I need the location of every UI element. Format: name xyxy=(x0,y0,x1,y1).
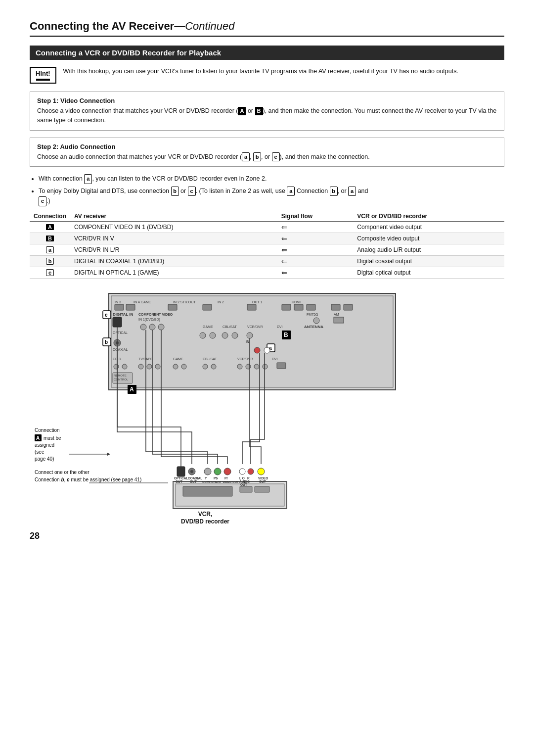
svg-text:COAXIAL: COAXIAL xyxy=(188,476,202,480)
vcr-c: Digital optical output xyxy=(353,267,504,279)
svg-text:DVI: DVI xyxy=(277,325,283,329)
svg-point-61 xyxy=(173,364,178,369)
svg-point-64 xyxy=(211,364,216,369)
page-title: Connecting the AV Receiver—Continued xyxy=(30,20,504,37)
svg-point-58 xyxy=(138,364,143,369)
svg-text:R: R xyxy=(247,476,250,480)
svg-text:IN: IN xyxy=(246,340,249,343)
svg-text:Pr: Pr xyxy=(224,476,228,480)
step2-text: Choose an audio connection that matches … xyxy=(37,152,497,162)
svg-point-93 xyxy=(224,468,231,475)
step2-title: Step 2: Audio Connection xyxy=(37,143,497,150)
vcr-b: Digital coaxial output xyxy=(353,256,504,267)
svg-point-60 xyxy=(155,364,160,369)
signal-B: ⇐ xyxy=(277,233,353,244)
svg-text:ANTENNA: ANTENNA xyxy=(304,325,323,329)
svg-text:OUT: OUT xyxy=(190,480,197,483)
svg-text:b: b xyxy=(105,339,108,345)
svg-text:DVI: DVI xyxy=(272,357,278,361)
step1-title: Step 1: Video Connection xyxy=(37,97,497,104)
svg-rect-84 xyxy=(177,467,185,476)
av-receiver-B: VCR/DVR IN V xyxy=(70,233,277,244)
vcr-a: Analog audio L/R output xyxy=(353,244,504,256)
svg-text:B: B xyxy=(284,331,288,338)
svg-point-91 xyxy=(204,468,211,475)
svg-text:CD 3: CD 3 xyxy=(113,357,121,361)
vcr-A: Component video output xyxy=(353,222,504,233)
svg-rect-10 xyxy=(168,304,177,310)
svg-rect-12 xyxy=(247,304,256,310)
table-row: B VCR/DVR IN V ⇐ Composite video output xyxy=(30,233,504,244)
svg-text:Connection: Connection xyxy=(35,427,60,433)
svg-rect-13 xyxy=(282,304,291,310)
svg-text:VCR/DVR: VCR/DVR xyxy=(237,357,253,361)
av-receiver-b: DIGITAL IN COAXIAL 1 (DVD/BD) xyxy=(70,256,277,267)
svg-text:REMOTE: REMOTE xyxy=(114,374,127,377)
svg-point-92 xyxy=(214,468,221,475)
svg-text:DVD/BD recorder: DVD/BD recorder xyxy=(181,518,229,525)
svg-point-88 xyxy=(190,470,193,473)
svg-text:AM: AM xyxy=(334,313,339,316)
svg-rect-69 xyxy=(277,363,286,369)
col-signal-flow: Signal flow xyxy=(277,211,353,222)
av-receiver-A: COMPONENT VIDEO IN 1 (DVD/BD) xyxy=(70,222,277,233)
svg-text:DIGITAL IN: DIGITAL IN xyxy=(113,312,134,317)
hint-box: Hint! With this hookup, you can use your… xyxy=(30,67,504,84)
svg-text:Pb: Pb xyxy=(214,476,218,480)
col-av-receiver: AV receiver xyxy=(70,211,277,222)
step1-text: Choose a video connection that matches y… xyxy=(37,106,497,125)
svg-text:IN 1(DVD/BD): IN 1(DVD/BD) xyxy=(138,318,160,322)
svg-text:CBL/SAT: CBL/SAT xyxy=(222,325,237,329)
bullet-list: With connection a, you can listen to the… xyxy=(39,174,504,206)
svg-point-98 xyxy=(239,469,245,474)
connection-diagram: IN 3 IN 4 GAME IN 2 STR.OUT IN 2 OUT 1 H… xyxy=(30,288,504,526)
svg-text:IN 4 GAME: IN 4 GAME xyxy=(134,300,151,304)
svg-rect-14 xyxy=(294,304,303,310)
svg-point-68 xyxy=(263,364,267,369)
svg-rect-81 xyxy=(183,486,232,496)
signal-c: ⇐ xyxy=(277,267,353,279)
svg-text:VIDEO: VIDEO xyxy=(258,476,268,480)
svg-point-32 xyxy=(149,324,155,330)
svg-text:(see: (see xyxy=(35,449,44,455)
svg-point-31 xyxy=(140,324,146,330)
svg-text:A: A xyxy=(130,386,134,393)
svg-text:Y: Y xyxy=(205,476,207,480)
svg-rect-83 xyxy=(255,486,269,492)
svg-text:IN 2: IN 2 xyxy=(218,300,224,304)
svg-point-63 xyxy=(203,364,208,369)
vcr-B: Composite video output xyxy=(353,233,504,244)
svg-point-49 xyxy=(264,347,270,353)
svg-point-48 xyxy=(254,347,260,353)
page-number: 28 xyxy=(30,531,504,541)
svg-text:COAXIAL: COAXIAL xyxy=(113,348,128,351)
svg-point-33 xyxy=(158,324,164,330)
svg-text:GAME: GAME xyxy=(203,325,213,329)
table-row: c DIGITAL IN OPTICAL 1 (GAME) ⇐ Digital … xyxy=(30,267,504,279)
svg-rect-82 xyxy=(240,486,252,492)
svg-text:CONTROL: CONTROL xyxy=(114,378,129,381)
section-header: Connecting a VCR or DVD/BD Recorder for … xyxy=(30,46,504,60)
svg-text:IN 2 STR.OUT: IN 2 STR.OUT xyxy=(173,300,196,304)
table-row: a VCR/DVR IN L/R ⇐ Analog audio L/R outp… xyxy=(30,244,504,256)
svg-text:assigned: assigned xyxy=(35,442,54,448)
signal-a: ⇐ xyxy=(277,244,353,256)
svg-point-104 xyxy=(258,468,265,475)
svg-text:Connection 
      b, 
      c
: Connection b, c must be assigned (see pa… xyxy=(35,477,141,482)
svg-rect-24 xyxy=(113,317,122,327)
svg-point-40 xyxy=(222,332,228,338)
svg-rect-17 xyxy=(344,304,353,310)
svg-text:OPTICAL: OPTICAL xyxy=(113,331,128,334)
svg-text:must be: must be xyxy=(44,435,61,441)
svg-text:OUT: OUT xyxy=(259,480,266,483)
svg-point-38 xyxy=(200,332,206,338)
svg-point-62 xyxy=(181,364,186,369)
svg-point-99 xyxy=(248,469,254,474)
col-vcr: VCR or DVD/BD recorder xyxy=(353,211,504,222)
svg-rect-9 xyxy=(126,304,135,310)
svg-text:VCR,: VCR, xyxy=(198,511,213,518)
svg-point-19 xyxy=(313,318,319,324)
bullet-item-2: To enjoy Dolby Digital and DTS, use conn… xyxy=(39,186,504,206)
svg-text:page 40): page 40) xyxy=(35,456,54,462)
svg-text:Connect one or the other: Connect one or the other xyxy=(35,470,89,475)
